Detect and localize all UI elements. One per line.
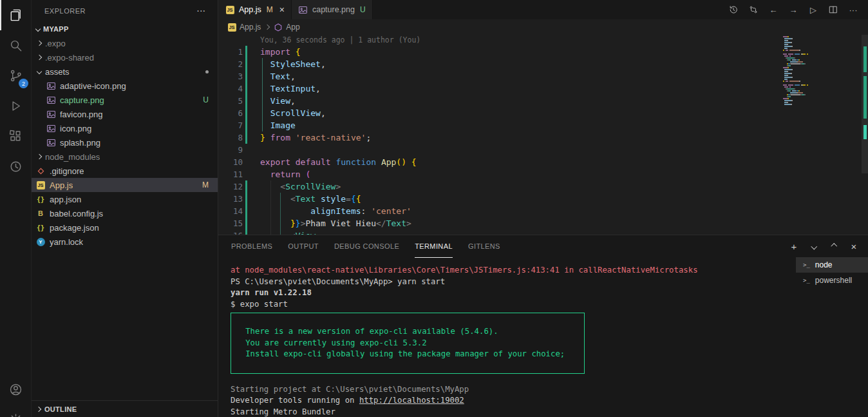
file-name: babel.config.js — [50, 209, 103, 218]
code-text: } from 'react-native'; — [260, 131, 371, 144]
breadcrumb-symbol[interactable]: App — [286, 23, 299, 32]
file-item-.gitignore[interactable]: .gitignore — [32, 164, 218, 178]
notice-line: There is a new version of expo-cli avail… — [231, 326, 584, 338]
outline-label: OUTLINE — [44, 405, 77, 413]
activity-account-icon[interactable] — [0, 374, 31, 405]
editor-action-toggle-file-blame-icon[interactable] — [728, 4, 739, 15]
file-item-.expo[interactable]: .expo — [32, 36, 218, 50]
line-number: 3 — [218, 70, 243, 82]
workspace-section-header[interactable]: MYAPP — [32, 22, 218, 36]
outline-section[interactable]: OUTLINE — [32, 400, 218, 417]
file-item-capture.png[interactable]: capture.pngU — [32, 93, 218, 107]
new-terminal-icon[interactable]: + — [789, 241, 799, 251]
terminal-profile-dropdown-icon[interactable] — [809, 241, 819, 251]
file-name: app.json — [50, 195, 81, 204]
file-icon-js: JS — [227, 23, 236, 32]
terminal-output[interactable]: at node_modules\react-native\Libraries\C… — [218, 257, 796, 417]
breadcrumb-file[interactable]: App.js — [240, 23, 261, 32]
editor-action-next-change-icon[interactable]: → — [788, 4, 799, 15]
terminal-line: Developer tools running on http://localh… — [231, 395, 796, 407]
panel-tab-problems[interactable]: PROBLEMS — [231, 235, 272, 258]
editor-action-split-editor-icon[interactable] — [827, 4, 839, 15]
terminal-link[interactable]: http://localhost:19002 — [359, 396, 464, 405]
terminal-line: Starting Metro Bundler — [231, 407, 796, 417]
activity-run-and-debug-icon[interactable] — [0, 91, 31, 121]
editor-action-previous-change-icon[interactable]: ← — [768, 4, 779, 15]
code-line: 5 View, — [218, 95, 868, 107]
file-item-splash.png[interactable]: splash.png — [32, 135, 218, 150]
session-label: powershell — [815, 276, 852, 285]
file-item-App.js[interactable]: JSApp.jsM — [32, 178, 218, 192]
line-number: 2 — [218, 58, 243, 70]
file-name: node_modules — [45, 152, 100, 162]
minimap-line — [783, 48, 859, 49]
editor-actions: ←→▷··· — [728, 0, 868, 19]
file-item-icon.png[interactable]: icon.png — [32, 121, 218, 135]
minimap-line — [783, 86, 859, 88]
views-more-actions-icon[interactable]: ··· — [197, 7, 206, 15]
activity-explorer-icon[interactable] — [0, 0, 31, 30]
notice-line: You are currently using expo-cli 5.3.2 — [231, 338, 584, 349]
file-item-yarn.lock[interactable]: Yyarn.lock — [32, 235, 218, 249]
panel-tab-terminal[interactable]: TERMINAL — [415, 235, 453, 258]
terminal-session-powershell[interactable]: >_powershell — [796, 273, 868, 288]
panel-tab-gitlens[interactable]: GITLENS — [468, 235, 500, 258]
close-icon[interactable]: × — [279, 5, 285, 15]
file-icon-js: JS — [225, 5, 235, 15]
code-line: 9 — [218, 144, 868, 156]
activity-source-control-icon[interactable]: 2 — [0, 61, 31, 91]
git-gutter-indicator — [245, 46, 247, 58]
minimap-line — [783, 77, 859, 78]
tab-capture.png[interactable]: capture.pngU — [292, 0, 373, 19]
close-panel-icon[interactable]: × — [849, 241, 859, 251]
panel-tab-debug-console[interactable]: DEBUG CONSOLE — [334, 235, 399, 258]
editor-action-run-file-icon[interactable]: ▷ — [807, 4, 819, 15]
sidebar-header: EXPLORER ··· — [32, 0, 218, 22]
activity-extensions-icon[interactable] — [0, 121, 31, 151]
activity-timeline-icon[interactable] — [0, 151, 31, 182]
tab-label: App.js — [239, 5, 261, 14]
git-status-badge: U — [360, 5, 366, 14]
file-item-favicon.png[interactable]: favicon.png — [32, 107, 218, 121]
maximize-panel-icon[interactable] — [829, 241, 839, 251]
workspace-name: MYAPP — [43, 25, 69, 33]
bottom-panel: PROBLEMSOUTPUTDEBUG CONSOLETERMINALGITLE… — [218, 235, 868, 417]
minimap-line — [783, 98, 859, 99]
file-item-.expo-shared[interactable]: .expo-shared — [32, 50, 218, 64]
panel-tab-output[interactable]: OUTPUT — [288, 235, 319, 258]
git-status-badge: U — [203, 95, 209, 104]
js-file-icon: JS — [227, 23, 236, 32]
file-item-app.json[interactable]: {}app.json — [32, 192, 218, 206]
code-text: StyleSheet, — [260, 58, 326, 70]
code-text: <View — [260, 229, 316, 235]
js-file-icon: JS — [226, 6, 234, 14]
code-line: 15 }}>Pham Viet Hieu</Text> — [218, 217, 868, 229]
session-label: node — [815, 260, 833, 269]
file-item-assets[interactable]: assets — [32, 64, 218, 79]
code-text: ScrollView, — [260, 107, 326, 119]
overview-ruler[interactable] — [862, 35, 868, 235]
activity-search-icon[interactable] — [0, 30, 31, 61]
json-file-icon: {} — [37, 224, 44, 231]
terminal-session-node[interactable]: >_node — [796, 257, 868, 273]
editor-action-open-changes-icon[interactable] — [748, 4, 759, 15]
code-line: 1import { — [218, 46, 868, 58]
ruler-change-mark — [863, 125, 867, 139]
git-gutter-indicator — [245, 144, 247, 156]
symbol-icon — [274, 23, 283, 32]
minimap-line — [783, 52, 859, 53]
minimap[interactable] — [783, 36, 859, 106]
editor-action-more-actions-icon[interactable]: ··· — [847, 4, 859, 15]
tab-App.js[interactable]: JSApp.jsM× — [218, 0, 292, 19]
activity-bar-bottom — [0, 374, 31, 417]
file-item-adaptive-icon.png[interactable]: adaptive-icon.png — [32, 79, 218, 93]
activity-settings-icon[interactable] — [0, 405, 31, 417]
image-file-icon — [46, 81, 56, 91]
file-item-babel.config.js[interactable]: Bbabel.config.js — [32, 206, 218, 220]
git-file-icon — [35, 166, 46, 176]
chevron-right-icon — [265, 24, 270, 30]
git-status-badge: M — [202, 180, 209, 189]
file-item-package.json[interactable]: {}package.json — [32, 220, 218, 235]
file-item-node_modules[interactable]: node_modules — [32, 150, 218, 164]
code-editor[interactable]: You, 36 seconds ago | 1 author (You) 1im… — [218, 35, 868, 235]
